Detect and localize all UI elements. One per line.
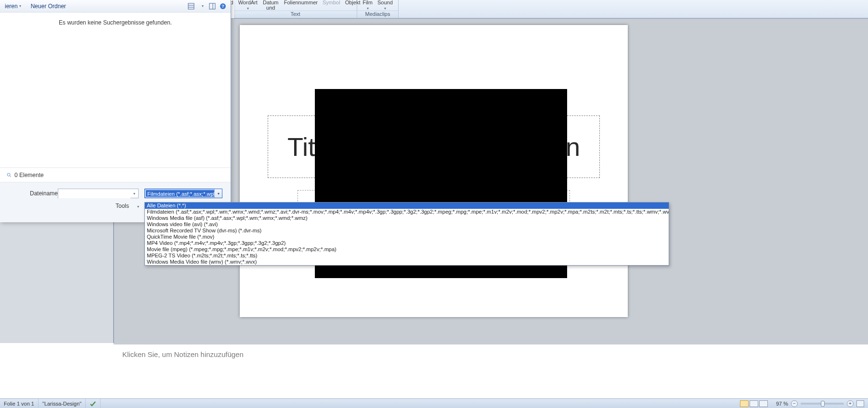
- ribbon: d WordArt Datum und Uhrzeit Foliennummer…: [234, 0, 868, 18]
- filetype-option[interactable]: Movie file (mpeg) (*.mpeg;*.mpg;*.mpe;*.…: [145, 246, 669, 253]
- status-spellcheck-icon[interactable]: [86, 399, 101, 408]
- zoom-slider-thumb[interactable]: [821, 401, 825, 407]
- ribbon-symbol-button: Symbol: [322, 0, 341, 5]
- help-button[interactable]: ?: [218, 2, 228, 11]
- filetype-option[interactable]: Microsoft Recorded TV Show (dvr-ms) (*.d…: [145, 228, 669, 234]
- filename-input[interactable]: [58, 189, 139, 198]
- notes-pane[interactable]: Klicken Sie, um Notizen hinzuzufügen: [114, 343, 868, 398]
- views-icon: [188, 3, 194, 10]
- filetype-option[interactable]: Filmdateien (*.asf;*.asx;*.wpl;*.wm;*.wm…: [145, 209, 669, 215]
- status-theme: "Larissa-Design": [39, 399, 86, 408]
- filetype-combobox[interactable]: Filmdateien (*.asf;*.asx;*.wpl;*.w: [144, 189, 222, 198]
- ribbon-group-text-label: Text: [234, 11, 357, 17]
- svg-line-8: [10, 176, 11, 177]
- ribbon-group-mediaclips: Film Sound Mediaclips: [357, 0, 399, 18]
- svg-rect-0: [188, 3, 194, 9]
- filetype-option[interactable]: Windows video file (avi) (*.avi): [145, 221, 669, 228]
- filetype-dropdown-list[interactable]: Alle Dateien (*.*)Filmdateien (*.asf;*.a…: [144, 202, 669, 266]
- svg-text:?: ?: [221, 4, 224, 9]
- tools-button[interactable]: Tools: [116, 203, 139, 209]
- view-sorter-button[interactable]: [750, 400, 758, 407]
- filetype-option[interactable]: Windows Media file (asf) (*.asf;*.asx;*.…: [145, 215, 669, 221]
- ribbon-wordart-button[interactable]: WordArt: [237, 0, 259, 11]
- ribbon-sound-button[interactable]: Sound: [376, 0, 394, 11]
- organize-button[interactable]: ieren: [0, 0, 26, 12]
- zoom-fit-button[interactable]: [856, 400, 864, 407]
- chevron-down-icon: [367, 6, 369, 11]
- filetype-selected: Filmdateien (*.asf;*.asx;*.wpl;*.w: [146, 190, 214, 197]
- filename-field[interactable]: [58, 190, 130, 198]
- chevron-down-icon: [137, 204, 139, 209]
- zoom-level[interactable]: 97 %: [776, 401, 788, 407]
- dialog-toolbar: ieren Neuer Ordner ?: [0, 0, 231, 13]
- ribbon-group-mediaclips-label: Mediaclips: [357, 11, 398, 17]
- notes-placeholder[interactable]: Klicken Sie, um Notizen hinzuzufügen: [118, 347, 858, 395]
- filetype-option[interactable]: Alle Dateien (*.*): [145, 203, 669, 209]
- status-bar: Folie 1 von 1 "Larissa-Design" 97 % − +: [0, 398, 868, 408]
- filetype-option[interactable]: QuickTime Movie file (*.mov): [145, 234, 669, 240]
- tools-label: Tools: [116, 203, 129, 209]
- filetype-option[interactable]: MPEG-2 TS Video (*.m2ts;*.m2t;*.mts;*.ts…: [145, 253, 669, 259]
- svg-rect-3: [209, 3, 215, 9]
- filename-dropdown[interactable]: [130, 189, 138, 198]
- preview-pane-button[interactable]: [207, 2, 217, 11]
- views-button[interactable]: [186, 2, 196, 11]
- view-normal-button[interactable]: [740, 400, 749, 407]
- chevron-down-icon: [247, 6, 249, 11]
- zoom-slider[interactable]: [801, 403, 844, 405]
- chevron-down-icon: [218, 191, 220, 196]
- chevron-down-icon: [19, 4, 21, 8]
- spellcheck-icon: [90, 401, 96, 407]
- help-icon: ?: [220, 3, 226, 10]
- filetype-option[interactable]: MP4 Video (*.mp4;*.m4v;*.mp4v;*.3gp;*.3g…: [145, 240, 669, 246]
- zoom-out-button[interactable]: −: [791, 400, 798, 407]
- chevron-down-icon: [202, 4, 204, 8]
- filename-label: Dateiname:: [30, 190, 59, 197]
- filetype-dropdown-button[interactable]: [214, 189, 222, 198]
- preview-pane-icon: [209, 3, 216, 10]
- organize-label: ieren: [5, 3, 18, 10]
- slide-thumbnail-pane[interactable]: [0, 222, 114, 343]
- zoom-in-button[interactable]: +: [847, 400, 854, 407]
- status-slide-info: Folie 1 von 1: [0, 399, 39, 408]
- ribbon-wordart-label: WordArt: [238, 0, 258, 5]
- ribbon-movie-label: Film: [363, 0, 373, 5]
- new-folder-button[interactable]: Neuer Ordner: [26, 0, 71, 12]
- slide[interactable]: Titn: [240, 25, 628, 317]
- chevron-down-icon: [384, 6, 386, 11]
- views-dropdown[interactable]: [197, 2, 207, 11]
- chevron-down-icon: [133, 191, 135, 196]
- ribbon-group-text: d WordArt Datum und Uhrzeit Foliennummer…: [234, 0, 357, 18]
- dialog-status-bar: 0 Elemente: [0, 167, 231, 182]
- ribbon-movie-button[interactable]: Film: [362, 0, 374, 11]
- view-slideshow-button[interactable]: [759, 400, 768, 407]
- item-count: 0 Elemente: [14, 172, 44, 178]
- dialog-file-list[interactable]: Es wurden keine Suchergebnisse gefunden.: [0, 13, 231, 167]
- ribbon-slidenumber-button[interactable]: Foliennummer: [283, 0, 319, 5]
- filetype-option[interactable]: Windows Media Video file (wmv) (*.wmv;*.…: [145, 259, 669, 265]
- search-icon: [7, 173, 12, 178]
- no-results-message: Es wurden keine Suchergebnisse gefunden.: [0, 19, 231, 26]
- ribbon-sound-label: Sound: [377, 0, 393, 5]
- file-open-dialog: ieren Neuer Ordner ? Es wurden keine Suc…: [0, 0, 231, 222]
